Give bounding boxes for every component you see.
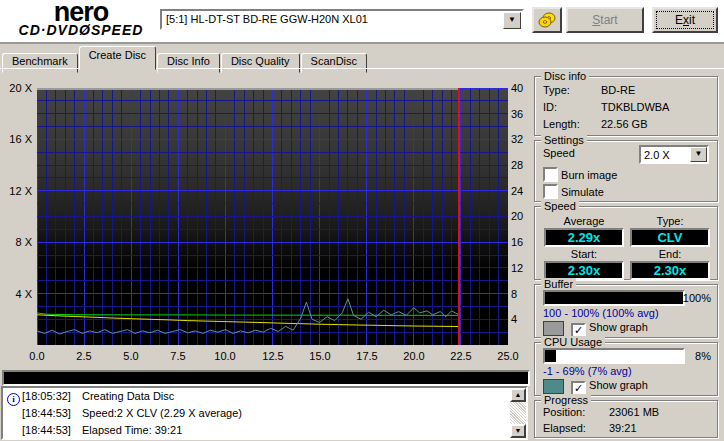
tab-bar: BenchmarkCreate DiscDisc InfoDisc Qualit… bbox=[2, 46, 368, 68]
y-axis-left-label: 8 X bbox=[0, 236, 32, 248]
x-axis-label: 22.5 bbox=[444, 350, 478, 362]
cpu-bar-fill bbox=[545, 350, 556, 362]
burn-image-label: Burn image bbox=[561, 169, 617, 181]
disc-glyph-icon: Ø bbox=[79, 22, 91, 38]
y-axis-right-label: 40 bbox=[511, 82, 533, 94]
speed-select-dropdown[interactable]: 2.0 X ▼ bbox=[639, 145, 709, 164]
disc-id-value: TDKBLDWBA bbox=[601, 101, 669, 113]
y-axis-left-label: 20 X bbox=[0, 82, 32, 94]
buffer-show-graph-label: Show graph bbox=[589, 321, 648, 333]
speed-start-label: Start: bbox=[571, 248, 597, 260]
elapsed-label: Elapsed: bbox=[543, 422, 609, 434]
buffer-color-swatch bbox=[543, 321, 564, 336]
y-axis-right-label: 16 bbox=[511, 236, 533, 248]
y-axis-right-label: 8 bbox=[511, 288, 533, 300]
disc-id-label: ID: bbox=[543, 101, 601, 113]
x-axis-label: 17.5 bbox=[350, 350, 384, 362]
logo-cdvdspeed-text: CD·DVDØSPEED bbox=[2, 23, 160, 37]
buffer-group: Buffer 100% 100 - 100% (100% avg) ✓ Show… bbox=[534, 284, 718, 338]
burn-progress-fill bbox=[4, 372, 528, 384]
buffer-percent: 100% bbox=[683, 292, 711, 304]
position-label: Position: bbox=[543, 406, 609, 418]
disc-type-label: Type: bbox=[543, 84, 601, 96]
settings-title: Settings bbox=[541, 134, 587, 146]
speed-title: Speed bbox=[541, 200, 579, 212]
log-line: [18:44:53]Elapsed Time: 39:21 bbox=[3, 422, 526, 439]
write-speed-chart: 20 X 16 X 12 X 8 X 4 X 40 36 32 28 24 20… bbox=[0, 69, 530, 369]
eject-disc-button[interactable] bbox=[532, 7, 562, 33]
position-value: 23061 MB bbox=[609, 406, 659, 418]
simulate-checkbox[interactable] bbox=[543, 184, 558, 199]
speed-select-arrow-icon[interactable]: ▼ bbox=[690, 147, 707, 162]
x-axis-label: 10.0 bbox=[208, 350, 242, 362]
buffer-bar bbox=[543, 290, 685, 306]
buffer-title: Buffer bbox=[541, 278, 576, 290]
speed-type-value: CLV bbox=[630, 228, 710, 247]
burn-progress-bar bbox=[2, 370, 530, 386]
disc-info-title: Disc info bbox=[541, 70, 589, 82]
log-scrollbar[interactable]: ▲ ▼ bbox=[510, 388, 526, 438]
burn-image-option[interactable]: Burn image bbox=[543, 167, 617, 182]
simulate-option[interactable]: Simulate bbox=[543, 184, 604, 199]
drive-select-arrow-icon[interactable]: ▼ bbox=[503, 12, 521, 29]
speed-group: Speed Average Type: 2.29x CLV Start: End… bbox=[534, 206, 718, 280]
speed-end-value: 2.30x bbox=[630, 261, 710, 280]
cpu-usage-title: CPU Usage bbox=[541, 336, 605, 348]
cpu-usage-teal-line bbox=[37, 299, 459, 334]
scroll-up-icon[interactable]: ▲ bbox=[510, 388, 526, 402]
nero-cd-dvd-speed-window: { "app": { "logo_line1": "nero", "logo_l… bbox=[0, 0, 724, 441]
simulate-label: Simulate bbox=[561, 186, 604, 198]
speed-average-value: 2.29x bbox=[544, 228, 624, 247]
x-axis-label: 0.0 bbox=[20, 350, 54, 362]
y-axis-right-label: 12 bbox=[511, 262, 533, 274]
x-axis-label: 25.0 bbox=[491, 350, 525, 362]
y-axis-right-label: 24 bbox=[511, 185, 533, 197]
nero-logo: nero CD·DVDØSPEED bbox=[2, 1, 160, 37]
exit-button[interactable]: Exit bbox=[652, 7, 718, 33]
speed-setting-label: Speed bbox=[543, 147, 575, 159]
disc-length-label: Length: bbox=[543, 118, 601, 130]
buffer-bar-fill bbox=[545, 292, 683, 304]
scrollbar-track[interactable] bbox=[510, 402, 526, 424]
disc-type-value: BD-RE bbox=[601, 84, 635, 96]
disc-info-group: Disc info Type:BD-RE ID:TDKBLDWBA Length… bbox=[534, 76, 718, 136]
log-line: [18:44:53]Speed:2 X CLV (2.29 X average) bbox=[3, 405, 526, 422]
cpu-usage-group: CPU Usage 8% -1 - 69% (7% avg) ✓ Show gr… bbox=[534, 342, 718, 396]
disc-length-value: 22.56 GB bbox=[601, 118, 647, 130]
logo-nero-text: nero bbox=[2, 1, 160, 23]
drive-select-value: [5:1] HL-DT-ST BD-RE GGW-H20N XL01 bbox=[166, 13, 368, 25]
progress-group: Progress Position:23061 MB Elapsed:39:21 bbox=[534, 400, 718, 438]
start-button[interactable]: Start bbox=[566, 7, 644, 33]
elapsed-value: 39:21 bbox=[609, 422, 637, 434]
x-axis-label: 15.0 bbox=[303, 350, 337, 362]
cpu-color-swatch bbox=[543, 379, 564, 394]
drive-select-dropdown[interactable]: [5:1] HL-DT-ST BD-RE GGW-H20N XL01 ▼ bbox=[160, 9, 524, 30]
progress-title: Progress bbox=[541, 394, 591, 406]
speed-select-value: 2.0 X bbox=[644, 149, 670, 161]
y-axis-left-label: 16 X bbox=[0, 133, 32, 145]
cpu-range: -1 - 69% (7% avg) bbox=[543, 365, 632, 377]
buffer-range: 100 - 100% (100% avg) bbox=[543, 307, 659, 319]
y-axis-right-label: 20 bbox=[511, 210, 533, 222]
log-line: i[18:05:32]Creating Data Disc bbox=[3, 388, 526, 405]
cpu-percent: 8% bbox=[695, 350, 711, 362]
speed-average-label: Average bbox=[564, 215, 605, 227]
y-axis-right-label: 36 bbox=[511, 108, 533, 120]
event-log[interactable]: i[18:05:32]Creating Data Disc [18:44:53]… bbox=[1, 386, 528, 440]
cpu-show-graph-label: Show graph bbox=[589, 379, 648, 391]
x-axis-label: 2.5 bbox=[67, 350, 101, 362]
settings-group: Settings Speed 2.0 X ▼ Burn image Simula… bbox=[534, 140, 718, 202]
x-axis-label: 7.5 bbox=[161, 350, 195, 362]
scroll-down-icon[interactable]: ▼ bbox=[510, 424, 526, 438]
tab-create-disc[interactable]: Create Disc bbox=[79, 46, 156, 70]
x-axis-label: 5.0 bbox=[114, 350, 148, 362]
x-axis-label: 12.5 bbox=[256, 350, 290, 362]
y-axis-left-label: 12 X bbox=[0, 185, 32, 197]
disc-icon bbox=[537, 11, 557, 29]
cpu-bar bbox=[543, 348, 685, 364]
y-axis-right-label: 32 bbox=[511, 133, 533, 145]
y-axis-right-label: 4 bbox=[511, 313, 533, 325]
burn-image-checkbox[interactable] bbox=[543, 167, 558, 182]
speed-end-label: End: bbox=[659, 248, 682, 260]
declining-speed-yellow-line bbox=[37, 315, 459, 327]
